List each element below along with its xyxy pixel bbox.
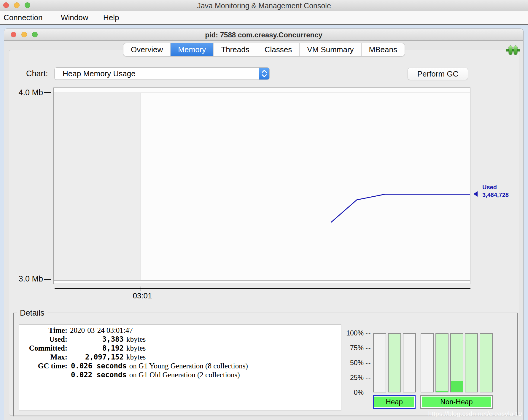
details-label xyxy=(19,370,67,379)
series-marker-arrow-icon xyxy=(473,191,478,197)
details-value-number: 0.026 seconds xyxy=(71,362,127,370)
usage-bar-heap-1[interactable] xyxy=(388,333,401,392)
usage-axis-label: 100% xyxy=(344,329,364,338)
details-rows: Time:2020-03-24 03:01:47Used:3,383kbytes… xyxy=(19,326,340,379)
details-legend: Details xyxy=(17,308,47,318)
watermark-text: https://blog.csdn.net/creasylai19 xyxy=(428,410,522,417)
y-axis-line xyxy=(48,93,48,279)
details-row: Time:2020-03-24 03:01:47 xyxy=(19,326,340,335)
usage-axis-label: 75% xyxy=(344,343,364,352)
usage-bar-used-fill xyxy=(436,391,448,392)
usage-axis-label: 25% xyxy=(344,373,364,382)
app-title: Java Monitoring & Management Console xyxy=(0,1,528,10)
chart-dropdown-label: Chart: xyxy=(26,69,48,78)
screen: Java Monitoring & Management Console Con… xyxy=(0,0,528,420)
usage-bar-non-heap-1[interactable] xyxy=(435,333,449,392)
perform-gc-button[interactable]: Perform GC xyxy=(408,68,468,80)
series-name: Used xyxy=(482,183,509,191)
series-latest-value: Used 3,464,728 xyxy=(482,183,509,199)
x-axis-tick xyxy=(141,287,141,291)
tab-overview[interactable]: Overview xyxy=(123,43,171,56)
tab-mbeans[interactable]: MBeans xyxy=(362,43,405,56)
details-value-text: 2020-03-24 03:01:47 xyxy=(70,326,133,335)
details-label: Time: xyxy=(19,326,67,335)
y-axis-label-top: 4.0 Mb xyxy=(9,88,43,97)
usage-bar-non-heap-2[interactable] xyxy=(450,333,463,392)
usage-axis-label: 0% xyxy=(344,388,364,397)
details-label: Used: xyxy=(19,335,67,344)
details-value-number: 3,383 xyxy=(67,335,124,344)
menubar: Connection Window Help xyxy=(0,11,528,25)
tab-classes[interactable]: Classes xyxy=(257,43,300,56)
connection-status-icon xyxy=(506,44,520,56)
tab-vm-summary[interactable]: VM Summary xyxy=(300,43,361,56)
details-row: Committed:8,192kbytes xyxy=(19,344,340,353)
heap-button[interactable]: Heap xyxy=(373,395,416,409)
details-label: Max: xyxy=(19,353,67,362)
details-value-text: kbytes xyxy=(126,344,146,353)
series-value: 3,464,728 xyxy=(482,191,509,199)
details-value-text: on G1 Old Generation (2 collections) xyxy=(129,370,240,379)
usage-axis-label: 50% xyxy=(344,358,364,367)
usage-bar-non-heap-3[interactable] xyxy=(465,333,478,392)
memory-pools-usage-panel: 100%--75%--50%--25%--0%--HeapNon-Heap xyxy=(344,326,498,414)
x-axis-line xyxy=(55,288,470,289)
non-heap-button[interactable]: Non-Heap xyxy=(420,395,493,409)
chart-select[interactable]: Heap Memory Usage xyxy=(54,67,270,80)
details-label: GC time: xyxy=(19,362,67,370)
menu-connection[interactable]: Connection xyxy=(4,11,43,24)
details-value-text: on G1 Young Generation (8 collections) xyxy=(129,362,248,370)
window-title: pid: 7588 com.creasy.Concurrency xyxy=(4,31,523,39)
details-row: 0.022 secondson G1 Old Generation (2 col… xyxy=(19,370,340,379)
usage-bar-used-fill xyxy=(451,381,463,392)
tab-memory[interactable]: Memory xyxy=(171,43,214,56)
details-value-number: 0.022 seconds xyxy=(71,370,127,379)
details-row: Max:2,097,152kbytes xyxy=(19,353,340,362)
tab-bar: OverviewMemoryThreadsClassesVM SummaryMB… xyxy=(123,43,405,56)
usage-bar-heap-0[interactable] xyxy=(373,333,386,392)
usage-bar-non-heap-4[interactable] xyxy=(480,333,493,392)
x-axis-tick-label: 03:01 xyxy=(123,291,162,300)
chart-select-value: Heap Memory Usage xyxy=(63,68,136,79)
chart-select-stepper-icon[interactable] xyxy=(259,68,269,79)
memory-usage-chart[interactable] xyxy=(53,88,470,284)
menu-window[interactable]: Window xyxy=(61,11,88,24)
details-value-text: kbytes xyxy=(126,335,146,344)
details-value-number: 8,192 xyxy=(67,344,124,353)
tab-threads[interactable]: Threads xyxy=(214,43,257,56)
chart-plot xyxy=(54,88,470,284)
usage-bar-non-heap-0[interactable] xyxy=(421,333,434,392)
details-label: Committed: xyxy=(19,344,67,353)
details-row: GC time:0.026 secondson G1 Young Generat… xyxy=(19,362,340,370)
details-value-number: 2,097,152 xyxy=(67,353,124,362)
y-axis-tick-bottom xyxy=(44,279,51,280)
usage-bar-heap-2[interactable] xyxy=(403,333,416,392)
details-value-text: kbytes xyxy=(126,353,146,362)
y-axis-label-bottom: 3.0 Mb xyxy=(9,274,43,284)
details-row: Used:3,383kbytes xyxy=(19,335,340,344)
y-axis-tick-top xyxy=(44,92,51,93)
menu-help[interactable]: Help xyxy=(103,11,119,24)
